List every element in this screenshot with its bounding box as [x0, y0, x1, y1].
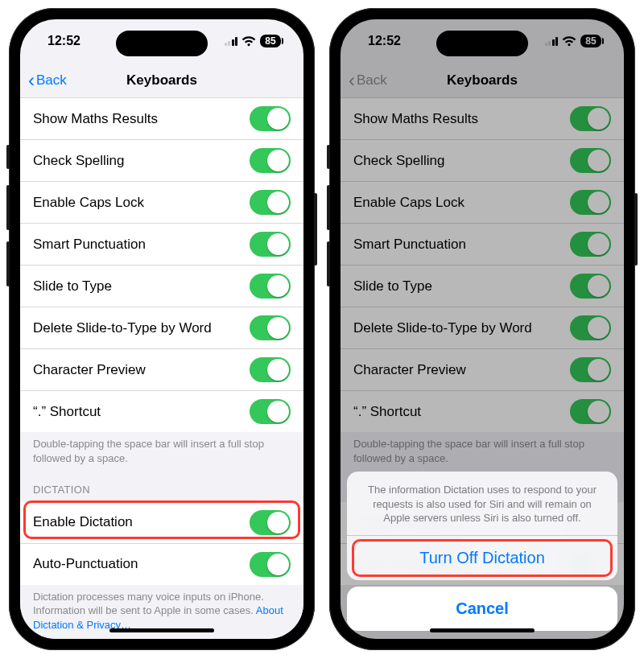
phone-mockup-left: 12:52 85 ‹ Back Keyboards — [9, 8, 315, 650]
silence-switch — [327, 145, 330, 169]
cancel-button[interactable]: Cancel — [347, 587, 617, 631]
toggle-smart-punctuation[interactable] — [250, 232, 291, 257]
page-title: Keyboards — [126, 72, 197, 89]
side-button — [634, 193, 638, 266]
toggle-check-spelling[interactable] — [250, 148, 291, 173]
battery-icon: 85 — [260, 35, 281, 47]
chevron-left-icon: ‹ — [28, 71, 35, 90]
volume-up-button — [327, 185, 330, 230]
toggle-delete-slide-word[interactable] — [250, 315, 291, 340]
section-header-emoji: EMOJI — [20, 635, 303, 639]
button-label: Turn Off Dictation — [419, 549, 545, 566]
section-dictation: Enable Dictation Auto-Punctuation — [20, 502, 303, 585]
home-indicator[interactable] — [109, 628, 214, 632]
action-sheet-message: The information Dictation uses to respon… — [347, 472, 617, 536]
row-auto-punctuation[interactable]: Auto-Punctuation — [20, 544, 303, 585]
cellular-icon — [225, 36, 238, 46]
back-label: Back — [36, 72, 67, 89]
row-label: Smart Punctuation — [33, 237, 146, 253]
toggle-slide-to-type[interactable] — [250, 274, 291, 299]
row-character-preview[interactable]: Character Preview — [20, 349, 303, 391]
row-caps-lock[interactable]: Enable Caps Lock — [20, 182, 303, 224]
toggle-enable-dictation[interactable] — [250, 510, 291, 535]
row-label: Show Maths Results — [33, 111, 158, 127]
status-right: 85 — [225, 35, 282, 47]
row-label: “.” Shortcut — [33, 404, 101, 420]
dynamic-island — [116, 31, 208, 56]
screen: 12:52 85 ‹ Back Keyboards — [341, 19, 624, 639]
row-label: Auto-Punctuation — [33, 556, 138, 572]
action-sheet-card: The information Dictation uses to respon… — [347, 472, 617, 580]
toggle-auto-punctuation[interactable] — [250, 552, 291, 577]
action-sheet: The information Dictation uses to respon… — [347, 472, 617, 631]
footer-text: Dictation processes many voice inputs on… — [33, 591, 264, 617]
row-enable-dictation[interactable]: Enable Dictation — [20, 502, 303, 544]
row-label: Slide to Type — [33, 278, 112, 294]
nav-bar: ‹ Back Keyboards — [20, 63, 303, 98]
section-footer-dictation: Dictation processes many voice inputs on… — [20, 585, 303, 636]
volume-down-button — [6, 241, 10, 286]
turn-off-dictation-button[interactable]: Turn Off Dictation — [347, 536, 617, 580]
toggle-period-shortcut[interactable] — [250, 399, 291, 424]
row-label: Delete Slide-to-Type by Word — [33, 320, 212, 336]
status-time: 12:52 — [47, 34, 80, 48]
button-label: Cancel — [456, 599, 509, 617]
row-label: Enable Dictation — [33, 514, 133, 530]
toggle-character-preview[interactable] — [250, 357, 291, 382]
toggle-caps-lock[interactable] — [250, 190, 291, 215]
wifi-icon — [242, 36, 256, 47]
home-indicator[interactable] — [430, 628, 535, 632]
row-label: Check Spelling — [33, 153, 124, 169]
section-footer-all-typing: Double-tapping the space bar will insert… — [20, 432, 303, 468]
row-slide-to-type[interactable]: Slide to Type — [20, 266, 303, 307]
silence-switch — [6, 145, 10, 169]
back-button[interactable]: ‹ Back — [28, 71, 67, 90]
section-all-typing: Show Maths Results Check Spelling Enable… — [20, 98, 303, 432]
settings-list[interactable]: Show Maths Results Check Spelling Enable… — [20, 98, 303, 639]
toggle-show-maths[interactable] — [250, 106, 291, 131]
row-label: Character Preview — [33, 362, 146, 378]
section-header-dictation: DICTATION — [20, 468, 303, 502]
volume-up-button — [6, 185, 10, 230]
screen: 12:52 85 ‹ Back Keyboards — [20, 19, 303, 639]
row-period-shortcut[interactable]: “.” Shortcut — [20, 391, 303, 432]
side-button — [314, 193, 317, 266]
phone-mockup-right: 12:52 85 ‹ Back Keyboards — [329, 8, 635, 650]
volume-down-button — [327, 241, 330, 286]
row-smart-punctuation[interactable]: Smart Punctuation — [20, 224, 303, 266]
row-delete-slide-word[interactable]: Delete Slide-to-Type by Word — [20, 307, 303, 349]
row-check-spelling[interactable]: Check Spelling — [20, 140, 303, 182]
dynamic-island — [436, 31, 528, 56]
row-show-maths[interactable]: Show Maths Results — [20, 98, 303, 140]
row-label: Enable Caps Lock — [33, 195, 144, 211]
